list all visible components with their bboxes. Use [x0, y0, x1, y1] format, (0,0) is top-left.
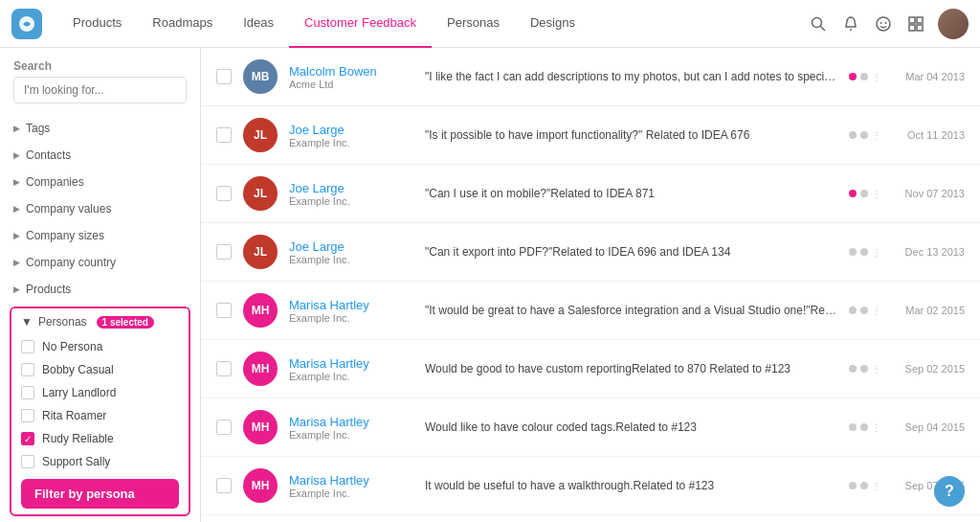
feedback-row[interactable]: JL Joe Large Example Inc. "Can it export… [201, 223, 980, 282]
user-name[interactable]: Joe Large [289, 123, 413, 137]
feedback-row[interactable]: MH Marisa Hartley Example Inc. Would lik… [201, 398, 980, 457]
search-label: Search [13, 59, 187, 73]
persona-rudy-reliable[interactable]: Rudy Reliable [11, 427, 189, 450]
more-icon[interactable]: ⋮ [872, 72, 881, 82]
svg-point-4 [877, 17, 890, 31]
row-date: Sep 04 2015 [893, 421, 965, 433]
svg-point-5 [880, 22, 882, 24]
row-date: Mar 02 2015 [893, 305, 965, 316]
filter-company-values[interactable]: ▶ Company values [0, 195, 200, 222]
feedback-text: Would be good to have custom reportingRe… [425, 361, 837, 377]
user-name[interactable]: Marisa Hartley [289, 298, 413, 312]
svg-rect-10 [917, 25, 923, 31]
action-dot [860, 131, 868, 139]
personas-header[interactable]: ▼ Personas 1 selected [11, 308, 189, 335]
feedback-row[interactable]: MH Marisa Hartley Example Inc. Would be … [201, 340, 980, 398]
user-avatar-icon: JL [243, 235, 278, 269]
bobby-casual-checkbox[interactable] [21, 363, 34, 376]
row-checkbox[interactable] [216, 303, 232, 318]
feedback-row[interactable]: JL Joe Large Example Inc. "Is it possibl… [201, 106, 980, 165]
feedback-text: Would like to have colour coded tags.Rel… [425, 420, 837, 436]
filter-company-country[interactable]: ▶ Company country [0, 249, 200, 276]
user-name[interactable]: Joe Large [289, 239, 413, 254]
row-checkbox[interactable] [216, 186, 232, 201]
user-company: Example Inc. [289, 429, 413, 441]
persona-no-persona[interactable]: No Persona [11, 335, 189, 358]
more-icon[interactable]: ⋮ [872, 247, 881, 258]
persona-support-sally[interactable]: Support Sally [11, 450, 189, 473]
feedback-row[interactable]: MB Malcolm Bowen Acme Ltd "I like the fa… [201, 48, 980, 106]
more-icon[interactable]: ⋮ [872, 130, 881, 141]
help-button[interactable]: ? [934, 476, 965, 507]
filter-products[interactable]: ▶ Products [0, 276, 200, 303]
action-dot [860, 365, 868, 373]
row-checkbox[interactable] [216, 244, 232, 260]
arrow-icon: ▶ [13, 258, 20, 267]
more-icon[interactable]: ⋮ [872, 189, 881, 199]
user-name[interactable]: Joe Large [289, 181, 413, 195]
row-date: Mar 04 2013 [893, 71, 965, 82]
arrow-icon: ▶ [13, 150, 20, 160]
row-checkbox[interactable] [216, 69, 232, 84]
user-name[interactable]: Marisa Hartley [289, 415, 413, 429]
row-checkbox[interactable] [216, 420, 232, 435]
nav-personas[interactable]: Personas [432, 0, 515, 48]
user-avatar-icon: MH [243, 468, 278, 503]
row-actions: ⋮ [849, 247, 881, 258]
rudy-reliable-checkbox[interactable] [21, 432, 34, 445]
more-icon[interactable]: ⋮ [872, 481, 881, 491]
nav-designs[interactable]: Designs [515, 0, 590, 48]
user-name[interactable]: Marisa Hartley [289, 356, 413, 371]
row-checkbox[interactable] [216, 478, 232, 493]
svg-point-1 [813, 17, 822, 27]
emoji-icon[interactable] [873, 13, 894, 34]
feedback-row[interactable]: JL Joe Large Example Inc. "Can I use it … [201, 165, 980, 223]
no-persona-checkbox[interactable] [21, 340, 34, 353]
filter-contacts[interactable]: ▶ Contacts [0, 142, 200, 169]
row-checkbox[interactable] [216, 361, 232, 376]
grid-icon[interactable] [905, 13, 926, 34]
nav-products[interactable]: Products [57, 0, 137, 48]
feedback-row[interactable]: MH Marisa Hartley Example Inc. "It would… [201, 282, 980, 340]
user-name[interactable]: Marisa Hartley [289, 473, 413, 488]
feedback-row[interactable]: MH Marisa Hartley Example Inc. It would … [201, 457, 980, 515]
user-company: Example Inc. [289, 488, 413, 499]
user-name[interactable]: Malcolm Bowen [289, 64, 413, 79]
filter-companies[interactable]: ▶ Companies [0, 169, 200, 195]
more-icon[interactable]: ⋮ [872, 364, 881, 374]
larry-landlord-checkbox[interactable] [21, 386, 34, 399]
row-actions: ⋮ [849, 422, 881, 433]
nav-customer-feedback[interactable]: Customer Feedback [289, 0, 432, 48]
action-dot [860, 248, 868, 256]
status-dot [849, 190, 857, 197]
svg-rect-8 [917, 17, 923, 23]
search-icon[interactable] [808, 13, 829, 34]
user-company: Example Inc. [289, 195, 413, 207]
rita-roamer-checkbox[interactable] [21, 409, 34, 422]
persona-larry-landlord[interactable]: Larry Landlord [11, 381, 189, 404]
user-avatar-icon: JL [243, 176, 278, 211]
filter-tags[interactable]: ▶ Tags [0, 115, 200, 142]
nav-roadmaps[interactable]: Roadmaps [137, 0, 228, 48]
search-input[interactable] [13, 77, 187, 103]
row-actions: ⋮ [849, 364, 881, 374]
feedback-row[interactable]: MH Marisa Hartley Example Inc. "I'd like… [201, 515, 980, 522]
row-date: Oct 11 2013 [893, 129, 965, 141]
status-dot [849, 306, 857, 314]
more-icon[interactable]: ⋮ [872, 422, 881, 433]
user-info: Joe Large Example Inc. [289, 123, 413, 148]
user-company: Example Inc. [289, 137, 413, 148]
more-icon[interactable]: ⋮ [872, 306, 881, 316]
arrow-icon: ▶ [13, 284, 20, 294]
persona-rita-roamer[interactable]: Rita Roamer [11, 404, 189, 427]
app-logo[interactable] [11, 9, 42, 39]
row-checkbox[interactable] [216, 127, 232, 143]
bell-icon[interactable] [840, 13, 861, 34]
persona-bobby-casual[interactable]: Bobby Casual [11, 358, 189, 381]
user-avatar[interactable] [938, 9, 969, 39]
support-sally-checkbox[interactable] [21, 455, 34, 468]
nav-ideas[interactable]: Ideas [228, 0, 289, 48]
action-dot [860, 482, 868, 489]
filter-company-sizes[interactable]: ▶ Company sizes [0, 222, 200, 249]
personas-badge: 1 selected [97, 316, 154, 329]
